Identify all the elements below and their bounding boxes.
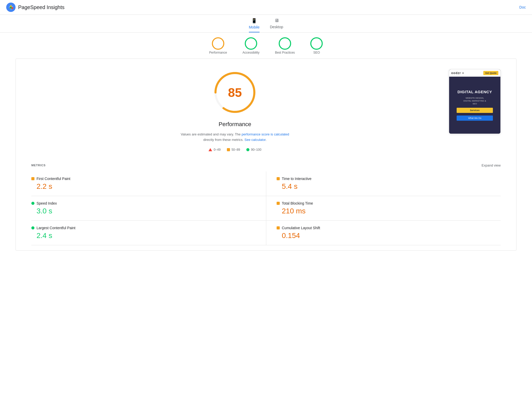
- metrics-label: METRICS: [31, 164, 46, 167]
- desktop-icon: 🖥: [274, 18, 279, 23]
- performance-title: Performance: [219, 121, 251, 128]
- screenshot-card: oodzr ≡ Get Quote DIGITAL AGENCY WEBSITE…: [449, 69, 501, 134]
- fail-triangle-icon: [209, 148, 212, 151]
- tti-indicator-icon: [277, 177, 280, 180]
- tab-mobile[interactable]: 📱 Mobile: [249, 18, 260, 32]
- legend-pass: 90–100: [246, 148, 261, 152]
- legend-fail: 0–49: [209, 148, 221, 152]
- category-performance-label: Performance: [209, 51, 227, 54]
- tab-desktop-label: Desktop: [270, 25, 283, 29]
- desc-prefix: Values are estimated and may vary. The: [181, 132, 242, 136]
- site-logo-text: oodzr ≡: [451, 71, 464, 75]
- performance-description: Values are estimated and may vary. The p…: [181, 132, 289, 143]
- metric-tti: Time to Interactive 5.4 s: [266, 171, 501, 196]
- metrics-grid: First Contentful Paint 2.2 s Time to Int…: [16, 171, 516, 245]
- metric-si: Speed Index 3.0 s: [31, 196, 266, 221]
- metric-tbt-name-row: Total Blocking Time: [277, 201, 495, 205]
- performance-score-circle: [212, 37, 224, 50]
- performance-score-number: 85: [228, 85, 242, 100]
- metric-cls-name-row: Cumulative Layout Shift: [277, 226, 495, 230]
- device-tab-bar: 📱 Mobile 🖥 Desktop: [0, 15, 532, 33]
- category-scores-row: Performance Accessibility Best Practices…: [0, 33, 532, 54]
- metric-fcp-name-row: First Contentful Paint: [31, 177, 261, 181]
- si-indicator-icon: [31, 202, 34, 205]
- category-seo[interactable]: SEO: [310, 37, 323, 54]
- category-best-practices[interactable]: Best Practices: [275, 37, 295, 54]
- metrics-header: METRICS Expand view: [16, 159, 516, 171]
- screenshot-inner: oodzr ≡ Get Quote DIGITAL AGENCY WEBSITE…: [449, 69, 500, 134]
- si-label: Speed Index: [37, 201, 57, 205]
- score-legend: 0–49 50–89 90–100: [209, 148, 261, 152]
- metric-cls: Cumulative Layout Shift 0.154: [266, 221, 501, 245]
- calc-link[interactable]: See calculator: [245, 138, 266, 142]
- legend-fail-range: 0–49: [214, 148, 221, 152]
- category-accessibility-label: Accessibility: [242, 51, 259, 54]
- tbt-value: 210 ms: [277, 207, 495, 215]
- tbt-indicator-icon: [277, 202, 280, 205]
- what-we-do-button: What We Do: [457, 116, 493, 121]
- screenshot-agency-title: DIGITAL AGENCY: [457, 90, 492, 94]
- metric-lcp-name-row: Largest Contentful Paint: [31, 226, 261, 230]
- services-button: Services: [457, 108, 493, 113]
- cls-label: Cumulative Layout Shift: [282, 226, 320, 230]
- main-content-card: 85 Performance Values are estimated and …: [16, 59, 516, 251]
- tbt-label: Total Blocking Time: [282, 201, 313, 205]
- screenshot-agency-subtitle: WEBSITE DESIGN,DIGITAL MARKETING &SEO: [463, 97, 486, 105]
- legend-average: 50–89: [227, 148, 240, 152]
- seo-score-circle: [310, 37, 323, 50]
- best-practices-score-circle: [279, 37, 291, 50]
- performance-section: 85 Performance Values are estimated and …: [16, 59, 516, 159]
- perf-score-link[interactable]: performance score is calculated: [242, 132, 289, 136]
- header: PageSpeed Insights Doc: [0, 0, 532, 15]
- lcp-indicator-icon: [31, 226, 34, 229]
- pass-circle-icon: [246, 148, 249, 151]
- cls-indicator-icon: [277, 226, 280, 229]
- category-accessibility[interactable]: Accessibility: [242, 37, 259, 54]
- average-square-icon: [227, 148, 230, 151]
- desc-suffix: .: [265, 138, 267, 142]
- metric-si-name-row: Speed Index: [31, 201, 261, 205]
- category-performance[interactable]: Performance: [209, 37, 227, 54]
- legend-pass-range: 90–100: [251, 148, 261, 152]
- expand-view-button[interactable]: Expand view: [481, 163, 501, 167]
- metric-tbt: Total Blocking Time 210 ms: [266, 196, 501, 221]
- tab-mobile-label: Mobile: [249, 25, 260, 29]
- performance-gauge: 85: [212, 69, 258, 116]
- category-best-practices-label: Best Practices: [275, 51, 295, 54]
- screenshot-body: DIGITAL AGENCY WEBSITE DESIGN,DIGITAL MA…: [449, 77, 500, 134]
- si-value: 3.0 s: [31, 207, 261, 215]
- cls-value: 0.154: [277, 232, 495, 240]
- lcp-label: Largest Contentful Paint: [37, 226, 75, 230]
- metric-fcp: First Contentful Paint 2.2 s: [31, 171, 266, 196]
- fcp-indicator-icon: [31, 177, 34, 180]
- fcp-label: First Contentful Paint: [37, 177, 70, 181]
- legend-average-range: 50–89: [232, 148, 240, 152]
- header-left: PageSpeed Insights: [6, 3, 64, 12]
- tti-value: 5.4 s: [277, 182, 495, 191]
- screenshot-header: oodzr ≡ Get Quote: [449, 69, 500, 77]
- tti-label: Time to Interactive: [282, 177, 312, 181]
- header-title: PageSpeed Insights: [18, 4, 64, 10]
- desc-middle: directly from these metrics.: [203, 138, 245, 142]
- header-doc-link[interactable]: Doc: [519, 5, 526, 9]
- metric-tti-name-row: Time to Interactive: [277, 177, 495, 181]
- performance-score-area: 85 Performance Values are estimated and …: [31, 69, 438, 152]
- tab-desktop[interactable]: 🖥 Desktop: [270, 18, 283, 32]
- accessibility-score-circle: [245, 37, 257, 50]
- category-seo-label: SEO: [313, 51, 320, 54]
- get-quote-button: Get Quote: [483, 71, 498, 75]
- metric-lcp: Largest Contentful Paint 2.4 s: [31, 221, 266, 245]
- mobile-icon: 📱: [251, 18, 257, 24]
- lcp-value: 2.4 s: [31, 232, 261, 240]
- fcp-value: 2.2 s: [31, 182, 261, 191]
